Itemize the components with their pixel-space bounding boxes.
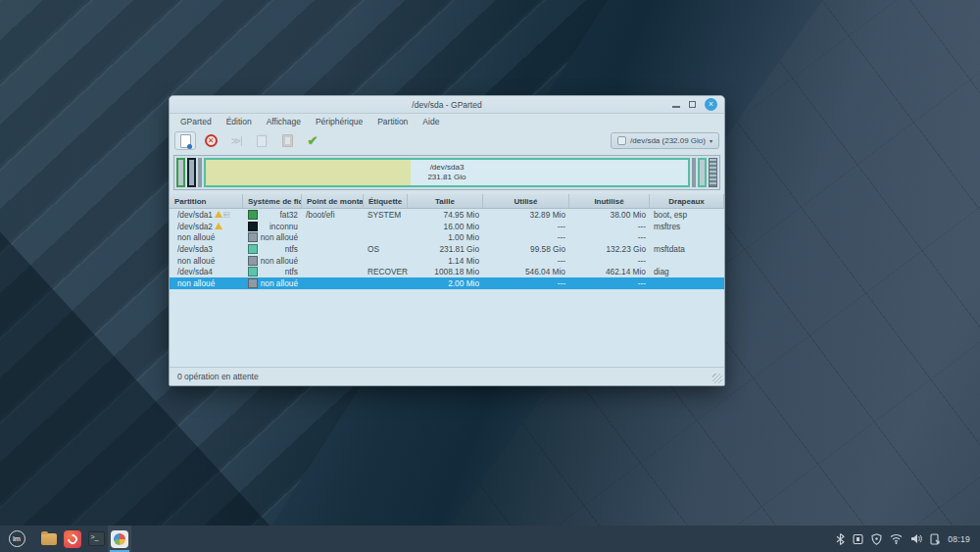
used-value: --- [483,256,569,266]
size-value: 1.14 Mio [408,256,483,266]
maximize-button[interactable] [689,101,696,108]
flags-value: boot, esp [650,210,724,220]
fs-name: ntfs [258,267,298,276]
red-swirl-icon [64,530,81,548]
toolbar: ✕ ≫| ✔ /dev/sda (232.09 Gio) ▾ [170,129,724,152]
gparted-icon [111,530,128,548]
header-mountpoint[interactable]: Point de montage [302,194,364,208]
fs-color-swatch [248,267,258,276]
flags-value: msftdata [650,244,724,254]
partition-label: SYSTEM [364,210,408,220]
menu-affichage[interactable]: Affichage [260,115,308,128]
paste-button[interactable] [276,131,298,150]
header-used[interactable]: Utilisé [483,194,569,208]
table-empty-area [170,289,724,367]
header-flags[interactable]: Drapeaux [650,194,724,208]
unused-value: --- [569,256,650,266]
fs-color-swatch [248,256,258,266]
unused-value: --- [569,222,650,231]
visual-segment-sda1[interactable] [176,158,185,187]
apply-operations-button[interactable]: ✔ [302,131,323,150]
visual-segment-unallocated-2[interactable] [692,158,696,187]
mounted-key-icon: ⚿ [222,212,232,218]
resize-move-button[interactable]: ≫| [225,131,247,150]
header-label[interactable]: Étiquette [364,194,408,208]
visual-segment-unallocated-selected[interactable] [709,158,717,187]
used-value: 99.58 Gio [483,244,569,254]
paste-icon [282,134,293,147]
sda3-label-name: /dev/sda3 [430,163,465,173]
volume-icon[interactable] [910,533,922,544]
taskbar-apps: >_ [37,526,131,552]
menu-aide[interactable]: Aide [416,115,446,128]
table-row-sda3[interactable]: /dev/sda3 ntfs OS 231.81 Gio 99.58 Gio 1… [170,243,724,255]
input-method-icon[interactable] [853,533,863,545]
table-row-sda2[interactable]: /dev/sda2 inconnu 16.00 Mio --- --- msft… [170,221,724,232]
shield-icon[interactable] [871,533,882,545]
table-row-unallocated-1[interactable]: non alloué non alloué 1.00 Mio --- --- [170,231,724,243]
table-row-unallocated-selected[interactable]: non alloué non alloué 2.00 Mio --- --- [170,277,724,289]
delete-partition-button[interactable]: ✕ [200,131,221,150]
close-button[interactable]: × [705,98,717,111]
table-row-unallocated-2[interactable]: non alloué non alloué 1.14 Mio --- --- [170,255,724,267]
mint-menu-button[interactable]: lm [4,526,29,552]
fs-name: non alloué [258,232,298,242]
partition-name: /dev/sda3 [177,244,213,254]
device-selector-value: /dev/sda (232.09 Gio) [630,136,706,145]
resize-grip[interactable] [712,374,722,383]
titlebar[interactable]: /dev/sda - GParted × [170,96,724,114]
pending-operations-text: 0 opération en attente [177,372,259,381]
visual-segment-sda4[interactable] [698,158,707,187]
window-title: /dev/sda - GParted [170,100,724,110]
menu-peripherique[interactable]: Périphérique [309,115,369,128]
wifi-icon[interactable] [890,533,903,544]
visual-segment-sda2[interactable] [187,158,196,187]
partition-name: non alloué [177,278,215,288]
device-selector[interactable]: /dev/sda (232.09 Gio) ▾ [611,132,719,149]
used-value: 546.04 Mio [483,267,569,276]
unused-value: --- [569,278,650,288]
partition-name: /dev/sda2 [177,222,213,231]
size-value: 1008.18 Mio [408,267,483,276]
unused-value: 38.00 Mio [569,210,650,220]
delete-icon: ✕ [205,134,218,147]
fs-name: inconnu [258,222,298,231]
fs-color-swatch [248,210,258,220]
size-value: 74.95 Mio [408,210,483,220]
partition-name: non alloué [177,232,215,242]
used-value: --- [483,278,569,288]
header-filesystem[interactable]: Système de fichiers [243,194,302,208]
fs-color-swatch [248,232,258,242]
fs-name: fat32 [258,210,298,220]
new-partition-button[interactable] [174,131,196,150]
copy-button[interactable] [251,131,272,150]
fs-color-swatch [248,222,258,231]
gparted-task-button[interactable] [108,526,131,552]
media-app-launcher[interactable] [61,526,84,552]
apply-check-icon: ✔ [308,133,318,148]
menu-edition[interactable]: Édition [220,115,259,128]
notifications-icon[interactable] [930,533,940,545]
fs-name: ntfs [258,244,298,254]
folder-icon [41,533,57,545]
header-unused[interactable]: Inutilisé [569,194,650,208]
copy-icon [257,135,267,147]
file-manager-launcher[interactable] [37,526,61,552]
fs-color-swatch [248,244,258,254]
header-partition[interactable]: Partition [170,194,243,208]
bluetooth-icon[interactable] [836,533,845,545]
table-row-sda1[interactable]: /dev/sda1⚿ fat32 /boot/efi SYSTEM 74.95 … [170,209,724,221]
visual-segment-unallocated-1[interactable] [198,158,202,187]
header-size[interactable]: Taille [408,194,483,208]
visual-segment-sda3[interactable]: /dev/sda3 231.81 Gio [204,158,690,187]
menu-partition[interactable]: Partition [370,115,415,128]
menu-gparted[interactable]: GParted [173,115,219,128]
partition-table: /dev/sda1⚿ fat32 /boot/efi SYSTEM 74.95 … [170,209,724,367]
terminal-launcher[interactable]: >_ [84,526,108,552]
sda3-label-size: 231.81 Gio [427,173,466,182]
table-row-sda4[interactable]: /dev/sda4 ntfs RECOVERY 1008.18 Mio 546.… [170,266,724,277]
clock[interactable]: 08:19 [948,534,970,544]
partition-pie-icon [114,533,125,545]
minimize-button[interactable] [672,106,680,108]
size-value: 231.81 Gio [408,244,483,254]
